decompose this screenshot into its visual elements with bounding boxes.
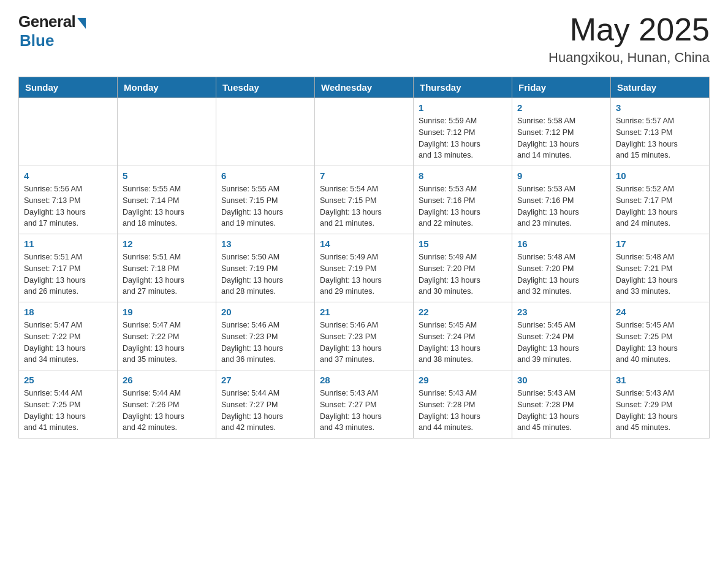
day-number: 28: [320, 375, 408, 385]
calendar-cell: 27Sunrise: 5:44 AMSunset: 7:27 PMDayligh…: [216, 370, 315, 439]
day-number: 31: [616, 375, 704, 385]
page-header: General Blue May 2025 Huangxikou, Hunan,…: [18, 12, 710, 66]
calendar-cell: 25Sunrise: 5:44 AMSunset: 7:25 PMDayligh…: [19, 370, 118, 439]
day-number: 12: [123, 239, 211, 249]
calendar-cell: 2Sunrise: 5:58 AMSunset: 7:12 PMDaylight…: [512, 98, 611, 166]
calendar-cell: 26Sunrise: 5:44 AMSunset: 7:26 PMDayligh…: [118, 370, 216, 439]
calendar-cell: 29Sunrise: 5:43 AMSunset: 7:28 PMDayligh…: [414, 370, 512, 439]
day-info: Sunrise: 5:45 AMSunset: 7:25 PMDaylight:…: [616, 320, 704, 366]
day-number: 23: [517, 307, 605, 317]
day-number: 14: [320, 239, 408, 249]
day-info: Sunrise: 5:54 AMSunset: 7:15 PMDaylight:…: [320, 183, 408, 229]
calendar-cell: 6Sunrise: 5:55 AMSunset: 7:15 PMDaylight…: [216, 166, 315, 234]
day-number: 26: [123, 375, 211, 385]
day-number: 10: [616, 170, 704, 181]
day-info: Sunrise: 5:47 AMSunset: 7:22 PMDaylight:…: [24, 320, 112, 366]
calendar-cell: 24Sunrise: 5:45 AMSunset: 7:25 PMDayligh…: [611, 302, 710, 370]
day-number: 19: [123, 307, 211, 317]
day-number: 24: [616, 307, 704, 317]
day-number: 16: [517, 239, 605, 249]
day-info: Sunrise: 5:47 AMSunset: 7:22 PMDaylight:…: [123, 320, 211, 366]
calendar-cell: 3Sunrise: 5:57 AMSunset: 7:13 PMDaylight…: [611, 98, 710, 166]
calendar-cell: 16Sunrise: 5:48 AMSunset: 7:20 PMDayligh…: [512, 234, 611, 302]
day-info: Sunrise: 5:44 AMSunset: 7:27 PMDaylight:…: [221, 388, 309, 434]
day-number: 25: [24, 375, 112, 385]
calendar-cell: [216, 98, 315, 166]
day-number: 1: [419, 102, 507, 113]
calendar-cell: 10Sunrise: 5:52 AMSunset: 7:17 PMDayligh…: [611, 166, 710, 234]
calendar-cell: [118, 98, 216, 166]
day-info: Sunrise: 5:51 AMSunset: 7:17 PMDaylight:…: [24, 251, 112, 297]
day-info: Sunrise: 5:55 AMSunset: 7:15 PMDaylight:…: [221, 183, 309, 229]
day-info: Sunrise: 5:57 AMSunset: 7:13 PMDaylight:…: [616, 115, 704, 161]
day-info: Sunrise: 5:55 AMSunset: 7:14 PMDaylight:…: [123, 183, 211, 229]
day-info: Sunrise: 5:43 AMSunset: 7:29 PMDaylight:…: [616, 388, 704, 434]
header-row: SundayMondayTuesdayWednesdayThursdayFrid…: [19, 77, 710, 98]
day-info: Sunrise: 5:53 AMSunset: 7:16 PMDaylight:…: [517, 183, 605, 229]
calendar-cell: 9Sunrise: 5:53 AMSunset: 7:16 PMDaylight…: [512, 166, 611, 234]
day-info: Sunrise: 5:52 AMSunset: 7:17 PMDaylight:…: [616, 183, 704, 229]
day-info: Sunrise: 5:45 AMSunset: 7:24 PMDaylight:…: [419, 320, 507, 366]
day-number: 17: [616, 239, 704, 249]
calendar-cell: 15Sunrise: 5:49 AMSunset: 7:20 PMDayligh…: [414, 234, 512, 302]
day-number: 2: [517, 102, 605, 113]
day-number: 4: [24, 170, 112, 181]
calendar-cell: 21Sunrise: 5:46 AMSunset: 7:23 PMDayligh…: [315, 302, 414, 370]
day-info: Sunrise: 5:58 AMSunset: 7:12 PMDaylight:…: [517, 115, 605, 161]
day-info: Sunrise: 5:43 AMSunset: 7:27 PMDaylight:…: [320, 388, 408, 434]
calendar-cell: 23Sunrise: 5:45 AMSunset: 7:24 PMDayligh…: [512, 302, 611, 370]
day-number: 15: [419, 239, 507, 249]
day-number: 9: [517, 170, 605, 181]
day-info: Sunrise: 5:56 AMSunset: 7:13 PMDaylight:…: [24, 183, 112, 229]
calendar-week-4: 18Sunrise: 5:47 AMSunset: 7:22 PMDayligh…: [19, 302, 710, 370]
day-number: 3: [616, 102, 704, 113]
calendar-cell: 11Sunrise: 5:51 AMSunset: 7:17 PMDayligh…: [19, 234, 118, 302]
calendar-cell: 20Sunrise: 5:46 AMSunset: 7:23 PMDayligh…: [216, 302, 315, 370]
calendar-cell: [315, 98, 414, 166]
day-number: 18: [24, 307, 112, 317]
calendar-cell: 31Sunrise: 5:43 AMSunset: 7:29 PMDayligh…: [611, 370, 710, 439]
calendar-cell: 17Sunrise: 5:48 AMSunset: 7:21 PMDayligh…: [611, 234, 710, 302]
day-number: 7: [320, 170, 408, 181]
day-info: Sunrise: 5:50 AMSunset: 7:19 PMDaylight:…: [221, 251, 309, 297]
day-number: 11: [24, 239, 112, 249]
weekday-header-monday: Monday: [118, 77, 216, 98]
day-info: Sunrise: 5:49 AMSunset: 7:19 PMDaylight:…: [320, 251, 408, 297]
logo-general-text: General: [18, 12, 75, 31]
calendar-cell: 18Sunrise: 5:47 AMSunset: 7:22 PMDayligh…: [19, 302, 118, 370]
calendar-body: 1Sunrise: 5:59 AMSunset: 7:12 PMDaylight…: [19, 98, 710, 439]
calendar-week-2: 4Sunrise: 5:56 AMSunset: 7:13 PMDaylight…: [19, 166, 710, 234]
month-year-title: May 2025: [548, 12, 710, 47]
day-number: 13: [221, 239, 309, 249]
calendar-week-5: 25Sunrise: 5:44 AMSunset: 7:25 PMDayligh…: [19, 370, 710, 439]
calendar-cell: 22Sunrise: 5:45 AMSunset: 7:24 PMDayligh…: [414, 302, 512, 370]
day-info: Sunrise: 5:53 AMSunset: 7:16 PMDaylight:…: [419, 183, 507, 229]
day-info: Sunrise: 5:59 AMSunset: 7:12 PMDaylight:…: [419, 115, 507, 161]
weekday-header-thursday: Thursday: [414, 77, 512, 98]
day-info: Sunrise: 5:46 AMSunset: 7:23 PMDaylight:…: [221, 320, 309, 366]
day-info: Sunrise: 5:48 AMSunset: 7:21 PMDaylight:…: [616, 251, 704, 297]
day-number: 20: [221, 307, 309, 317]
calendar-cell: 28Sunrise: 5:43 AMSunset: 7:27 PMDayligh…: [315, 370, 414, 439]
day-number: 5: [123, 170, 211, 181]
day-number: 22: [419, 307, 507, 317]
calendar-cell: 5Sunrise: 5:55 AMSunset: 7:14 PMDaylight…: [118, 166, 216, 234]
day-info: Sunrise: 5:44 AMSunset: 7:25 PMDaylight:…: [24, 388, 112, 434]
day-info: Sunrise: 5:43 AMSunset: 7:28 PMDaylight:…: [517, 388, 605, 434]
weekday-header-sunday: Sunday: [19, 77, 118, 98]
day-info: Sunrise: 5:48 AMSunset: 7:20 PMDaylight:…: [517, 251, 605, 297]
calendar-cell: 4Sunrise: 5:56 AMSunset: 7:13 PMDaylight…: [19, 166, 118, 234]
calendar-cell: 13Sunrise: 5:50 AMSunset: 7:19 PMDayligh…: [216, 234, 315, 302]
calendar-cell: 19Sunrise: 5:47 AMSunset: 7:22 PMDayligh…: [118, 302, 216, 370]
calendar-cell: 7Sunrise: 5:54 AMSunset: 7:15 PMDaylight…: [315, 166, 414, 234]
day-info: Sunrise: 5:45 AMSunset: 7:24 PMDaylight:…: [517, 320, 605, 366]
day-number: 21: [320, 307, 408, 317]
location-subtitle: Huangxikou, Hunan, China: [548, 50, 710, 66]
day-number: 30: [517, 375, 605, 385]
calendar-cell: 30Sunrise: 5:43 AMSunset: 7:28 PMDayligh…: [512, 370, 611, 439]
day-info: Sunrise: 5:49 AMSunset: 7:20 PMDaylight:…: [419, 251, 507, 297]
day-info: Sunrise: 5:51 AMSunset: 7:18 PMDaylight:…: [123, 251, 211, 297]
weekday-header-friday: Friday: [512, 77, 611, 98]
calendar-cell: 14Sunrise: 5:49 AMSunset: 7:19 PMDayligh…: [315, 234, 414, 302]
calendar-cell: 8Sunrise: 5:53 AMSunset: 7:16 PMDaylight…: [414, 166, 512, 234]
